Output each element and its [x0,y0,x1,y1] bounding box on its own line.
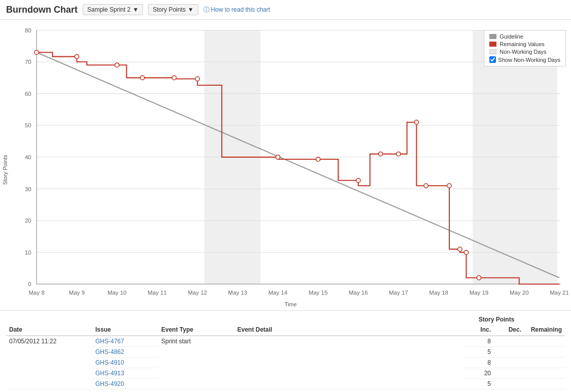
x-tick-may16: May 16 [349,290,368,296]
x-tick-may17: May 17 [389,290,408,296]
col-header-date: Date [6,324,92,336]
x-tick-may13: May 13 [228,290,247,296]
issue-link[interactable]: GHS-4862 [95,348,124,355]
issue-link[interactable]: GHS-4767 [95,338,124,345]
x-tick-may15: May 15 [308,290,328,296]
col-header-issue: Issue [92,324,158,336]
help-text: How to read this chart [211,6,270,13]
metric-label: Story Points [153,6,186,13]
legend-guideline: Guideline [489,33,560,40]
table-section: Story Points Date Issue Event Type Event… [0,310,571,392]
y-tick-30: 30 [25,186,31,192]
y-axis-label: Story Points [0,30,10,310]
x-tick-may11: May 11 [148,290,167,296]
y-tick-80: 80 [25,27,31,33]
cell-issue[interactable]: GHS-4920 [92,378,158,389]
page-title: Burndown Chart [6,5,78,15]
y-tick-0: 0 [28,281,31,287]
cell-inc: 5 [463,346,494,357]
table-row: 07/05/2012 11:22GHS-4767Sprint start8 [6,336,565,347]
cell-remaining [524,378,565,389]
col-header-event-detail: Event Detail [234,324,463,336]
chart-legend: Guideline Remaining Values Non-Working D… [484,30,566,66]
datapoint-may16b [378,152,382,156]
cell-event-type: Sprint start [158,336,234,389]
y-tick-40: 40 [25,154,31,160]
x-tick-may20: May 20 [510,290,529,296]
datapoint-may17c [424,184,428,188]
col-header-event-type: Event Type [158,324,234,336]
show-nonworking-checkbox[interactable] [489,56,496,63]
cell-dec [494,336,524,347]
cell-inc: 20 [463,368,494,378]
cell-dec [494,346,524,357]
y-tick-10: 10 [25,250,31,256]
legend-remaining: Remaining Values [489,41,560,47]
datapoint-may15 [316,157,320,161]
guideline-label: Guideline [499,33,523,40]
datapoint-may10b [140,76,145,80]
cell-remaining [524,336,565,347]
show-nonworking-row: Show Non-Working Days [489,56,560,63]
y-tick-20: 20 [25,218,31,224]
guideline-swatch [489,34,496,39]
x-tick-may10: May 10 [108,290,127,296]
cell-dec [494,368,524,378]
cell-dec [494,357,524,368]
datapoint-may17b [414,120,418,124]
metric-dropdown[interactable]: Story Points ▼ [148,4,198,15]
events-table: Date Issue Event Type Event Detail Inc. … [6,324,565,389]
cell-event-detail [234,336,463,389]
x-tick-may21: May 21 [550,290,569,296]
legend-nonworking: Non-Working Days [489,49,560,55]
issue-link[interactable]: GHS-4913 [95,370,124,377]
sprint-chevron-icon: ▼ [132,6,138,13]
x-tick-may18: May 18 [429,290,448,296]
datapoint-may8 [34,50,39,54]
datapoint-may17a [397,152,401,156]
datapoint-may19 [477,276,481,280]
issue-link[interactable]: GHS-4910 [95,359,124,366]
help-link[interactable]: ⓘ How to read this chart [203,6,270,14]
x-tick-may12: May 12 [188,290,207,296]
y-tick-70: 70 [25,59,31,65]
nonworking-label: Non-Working Days [499,49,546,55]
cell-inc: 8 [463,336,494,347]
y-tick-60: 60 [25,91,31,97]
datapoint-may14 [276,155,280,159]
datapoint-may12 [195,77,199,81]
cell-inc: 5 [463,378,494,389]
col-header-inc: Inc. [463,324,494,336]
x-axis-label: Time [10,300,571,310]
cell-inc: 8 [463,357,494,368]
show-nonworking-label: Show Non-Working Days [498,57,560,63]
cell-remaining [524,368,565,378]
help-circle-icon: ⓘ [203,6,209,14]
sp-header: Story Points [428,316,565,323]
sprint-dropdown[interactable]: Sample Sprint 2 ▼ [83,4,143,15]
table-header-row: Date Issue Event Type Event Detail Inc. … [6,324,565,336]
datapoint-may18b [458,247,462,251]
datapoint-may16a [356,179,360,183]
page-header: Burndown Chart Sample Sprint 2 ▼ Story P… [0,0,571,20]
cell-issue[interactable]: GHS-4767 [92,336,158,347]
chart-container: Story Points Guideline Remaining Values … [0,20,571,310]
cell-issue[interactable]: GHS-4913 [92,368,158,378]
nonworking-swatch [489,49,496,54]
datapoint-may18a [447,184,451,188]
datapoint-may9 [75,54,79,58]
sp-header-row: Story Points [6,316,565,323]
x-tick-may14: May 14 [268,290,288,296]
cell-date: 07/05/2012 11:22 [6,336,92,389]
y-tick-50: 50 [25,122,31,128]
col-header-remaining: Remaining [524,324,565,336]
table-body: 07/05/2012 11:22GHS-4767Sprint start8GHS… [6,336,565,389]
issue-link[interactable]: GHS-4920 [95,380,124,387]
chart-area: Guideline Remaining Values Non-Working D… [10,25,571,310]
sprint-label: Sample Sprint 2 [87,6,130,13]
x-tick-may8: May 8 [29,290,45,296]
cell-issue[interactable]: GHS-4862 [92,346,158,357]
cell-remaining [524,357,565,368]
cell-issue[interactable]: GHS-4910 [92,357,158,368]
col-header-dec: Dec. [494,324,524,336]
